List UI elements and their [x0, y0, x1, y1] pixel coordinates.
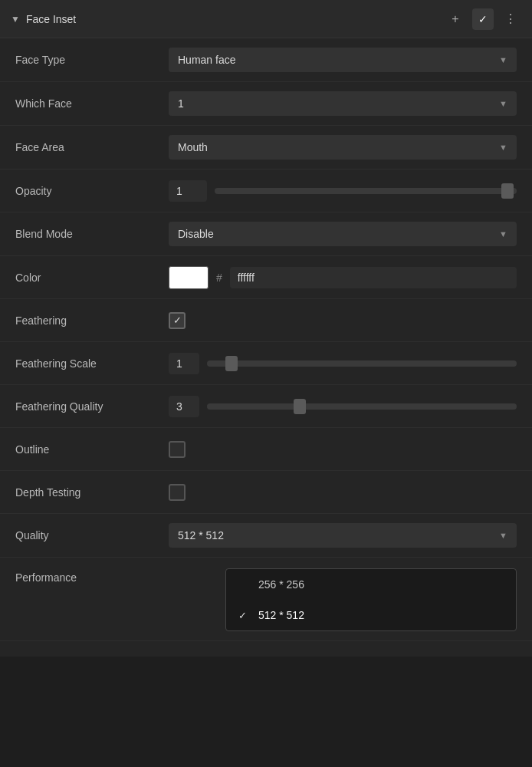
quality-dropdown[interactable]: 512 * 512 ▼ — [169, 523, 517, 548]
option-512-label: 512 * 512 — [258, 609, 304, 621]
blend-mode-dropdown[interactable]: Disable ▼ — [169, 222, 517, 246]
feathering-quality-row: Feathering Quality — [0, 385, 532, 428]
face-area-dropdown[interactable]: Mouth ▼ — [169, 135, 517, 160]
option-512-check-icon: ✓ — [238, 610, 251, 621]
feathering-scale-label: Feathering Scale — [15, 357, 169, 370]
face-area-control: Mouth ▼ — [169, 135, 517, 160]
panel-title: Face Inset — [26, 13, 445, 25]
color-hash-symbol: # — [216, 272, 222, 284]
feathering-quality-label: Feathering Quality — [15, 400, 169, 413]
blend-mode-label: Blend Mode — [15, 228, 169, 240]
performance-dropdown-menu: 256 * 256 ✓ 512 * 512 — [225, 568, 517, 631]
which-face-value: 1 — [178, 97, 184, 110]
performance-option-256[interactable]: 256 * 256 — [226, 569, 516, 600]
feathering-quality-slider[interactable] — [207, 396, 517, 417]
opacity-slider-thumb[interactable] — [501, 183, 514, 199]
opacity-input[interactable]: 1 — [169, 180, 207, 202]
feathering-label: Feathering — [15, 314, 169, 327]
option-256-label: 256 * 256 — [258, 578, 304, 591]
opacity-slider-track — [215, 188, 517, 194]
feathering-check-icon: ✓ — [173, 314, 182, 326]
outline-row: Outline — [0, 428, 532, 471]
face-area-label: Face Area — [15, 141, 169, 153]
color-control: # ffffff — [169, 266, 517, 289]
opacity-label: Opacity — [15, 185, 169, 197]
collapse-arrow-icon[interactable]: ▼ — [11, 14, 20, 25]
quality-value: 512 * 512 — [178, 529, 224, 542]
face-area-row: Face Area Mouth ▼ — [0, 126, 532, 170]
opacity-row: Opacity 1 — [0, 170, 532, 212]
quality-arrow-icon: ▼ — [499, 531, 507, 540]
quality-label: Quality — [15, 529, 169, 542]
option-256-check-icon — [238, 579, 251, 591]
face-type-value: Human face — [178, 54, 235, 66]
feathering-row: Feathering ✓ — [0, 299, 532, 342]
feathering-control: ✓ — [169, 312, 517, 329]
face-type-dropdown[interactable]: Human face ▼ — [169, 48, 517, 72]
feathering-quality-control — [169, 396, 517, 417]
opacity-control: 1 — [169, 180, 517, 202]
feathering-scale-track — [207, 360, 517, 367]
depth-testing-checkbox[interactable] — [169, 484, 186, 501]
performance-option-512[interactable]: ✓ 512 * 512 — [226, 600, 516, 630]
depth-testing-control — [169, 484, 517, 501]
feathering-scale-slider[interactable] — [207, 353, 517, 374]
face-type-control: Human face ▼ — [169, 48, 517, 72]
face-inset-panel: ▼ Face Inset + ✓ ⋮ Face Type Human face … — [0, 0, 532, 657]
color-swatch[interactable] — [169, 266, 209, 289]
feathering-scale-input[interactable] — [169, 353, 199, 374]
add-button[interactable]: + — [445, 8, 466, 30]
feathering-quality-input[interactable] — [169, 396, 199, 417]
depth-testing-row: Depth Testing — [0, 471, 532, 514]
outline-control — [169, 441, 517, 458]
performance-row: Performance 256 * 256 ✓ 512 * 512 — [0, 558, 532, 641]
face-type-row: Face Type Human face ▼ — [0, 38, 532, 82]
blend-mode-value: Disable — [178, 228, 214, 240]
which-face-arrow-icon: ▼ — [499, 99, 507, 108]
which-face-row: Which Face 1 ▼ — [0, 82, 532, 126]
confirm-button[interactable]: ✓ — [472, 8, 494, 30]
depth-testing-label: Depth Testing — [15, 486, 169, 499]
more-button[interactable]: ⋮ — [500, 8, 521, 30]
feathering-scale-control — [169, 353, 517, 374]
opacity-slider[interactable] — [215, 180, 517, 202]
quality-control: 512 * 512 ▼ — [169, 523, 517, 548]
performance-control: 256 * 256 ✓ 512 * 512 — [169, 568, 517, 631]
feathering-checkbox[interactable]: ✓ — [169, 312, 186, 329]
feathering-quality-track — [207, 403, 517, 410]
color-label: Color — [15, 272, 169, 284]
feathering-quality-thumb[interactable] — [294, 399, 306, 414]
color-hex-input[interactable]: ffffff — [230, 267, 517, 288]
feathering-scale-row: Feathering Scale — [0, 342, 532, 385]
outline-label: Outline — [15, 443, 169, 456]
which-face-control: 1 ▼ — [169, 91, 517, 116]
performance-label: Performance — [15, 568, 169, 584]
face-area-value: Mouth — [178, 141, 208, 153]
outline-checkbox[interactable] — [169, 441, 186, 458]
which-face-label: Which Face — [15, 97, 169, 110]
face-area-arrow-icon: ▼ — [499, 143, 507, 152]
quality-row: Quality 512 * 512 ▼ — [0, 514, 532, 558]
blend-mode-row: Blend Mode Disable ▼ — [0, 212, 532, 256]
which-face-dropdown[interactable]: 1 ▼ — [169, 91, 517, 116]
blend-mode-arrow-icon: ▼ — [499, 229, 507, 239]
face-type-arrow-icon: ▼ — [499, 55, 507, 64]
panel-header: ▼ Face Inset + ✓ ⋮ — [0, 0, 532, 38]
feathering-scale-thumb[interactable] — [225, 356, 238, 371]
blend-mode-control: Disable ▼ — [169, 222, 517, 246]
header-actions: + ✓ ⋮ — [445, 8, 521, 30]
face-type-label: Face Type — [15, 54, 169, 66]
color-row: Color # ffffff — [0, 256, 532, 299]
